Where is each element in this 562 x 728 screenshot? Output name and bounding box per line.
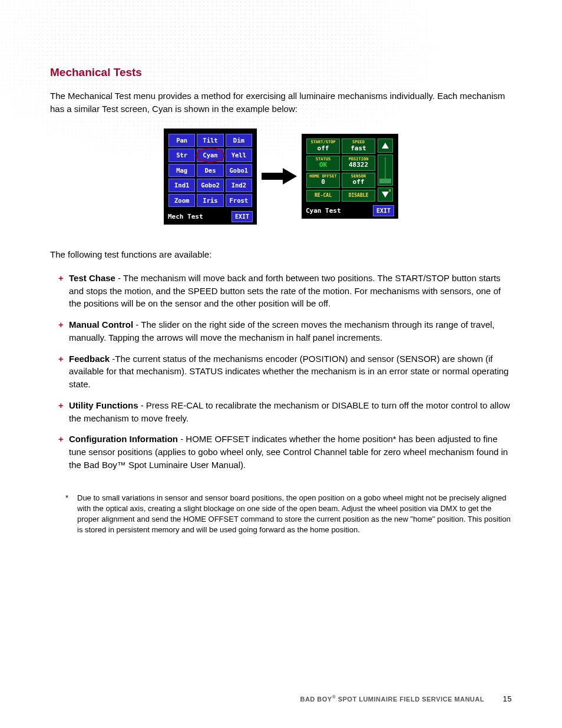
mech-test-grid: Pan Tilt Dim Str Cyan Yell Mag Des Gobo1… <box>167 132 254 209</box>
mech-btn-frost[interactable]: Frost <box>226 194 252 207</box>
recal-button[interactable]: RE-CAL <box>306 190 340 202</box>
mech-btn-ind1[interactable]: Ind1 <box>168 179 195 192</box>
available-functions-lead: The following test functions are availab… <box>50 248 512 261</box>
func-text: -The current status of the mechanisms en… <box>69 354 508 390</box>
svg-marker-2 <box>382 192 389 197</box>
disable-label: DISABLE <box>342 193 375 198</box>
mech-btn-zoom[interactable]: Zoom <box>168 194 195 207</box>
speed-button[interactable]: SPEEDfast <box>342 139 375 154</box>
mech-btn-mag[interactable]: Mag <box>168 164 195 177</box>
slider-up-button[interactable] <box>378 139 393 153</box>
mech-btn-tilt[interactable]: Tilt <box>197 134 223 147</box>
status-readout: STATUSOK <box>306 156 340 171</box>
arrow-right-icon <box>262 168 297 185</box>
mech-test-menu-screen: Pan Tilt Dim Str Cyan Yell Mag Des Gobo1… <box>164 129 257 225</box>
mech-btn-pan[interactable]: Pan <box>168 134 195 147</box>
footer-brand: BAD BOY <box>300 696 332 703</box>
home-offset-value: 0 <box>307 179 339 186</box>
status-value: OK <box>307 162 339 169</box>
page-footer: BAD BOY® SPOT LUMINAIRE FIELD SERVICE MA… <box>300 694 512 703</box>
mech-btn-des[interactable]: Des <box>197 164 223 177</box>
mech-btn-dim[interactable]: Dim <box>226 134 252 147</box>
svg-marker-0 <box>262 168 297 185</box>
position-readout: POSITION48322 <box>342 156 375 171</box>
mech-btn-iris[interactable]: Iris <box>197 194 223 207</box>
func-item-manual-control: Manual Control - The slider on the right… <box>50 318 512 344</box>
mech-test-title: Mech Test <box>168 213 203 220</box>
intro-paragraph: The Mechanical Test menu provides a meth… <box>50 90 512 116</box>
page-number: 15 <box>503 694 512 703</box>
start-stop-button[interactable]: START/STOPoff <box>306 139 340 154</box>
cyan-test-exit-button[interactable]: EXIT <box>373 205 394 216</box>
func-item-feedback: Feedback -The current status of the mech… <box>50 353 512 391</box>
func-name: Manual Control <box>69 319 133 330</box>
func-name: Test Chase <box>69 273 115 283</box>
mech-btn-gobo1[interactable]: Gobo1 <box>226 164 252 177</box>
cyan-test-title: Cyan Test <box>306 207 341 215</box>
speed-value: fast <box>342 145 375 152</box>
functions-list: Test Chase - The mechanism will move bac… <box>50 272 512 472</box>
mech-test-exit-button[interactable]: EXIT <box>232 211 253 222</box>
start-stop-value: off <box>307 145 339 152</box>
footnote-marker: * <box>65 493 68 503</box>
sensor-readout: SENSORoff <box>342 173 375 188</box>
slider-handle[interactable] <box>379 179 391 183</box>
func-name: Configuration Information <box>69 434 178 444</box>
mech-btn-cyan-label: Cyan <box>203 151 217 159</box>
func-name: Utility Functions <box>69 400 138 410</box>
sensor-value: off <box>342 179 375 186</box>
registered-icon: ® <box>332 694 336 700</box>
section-heading: Mechanical Tests <box>50 0 512 79</box>
disable-button[interactable]: DISABLE <box>342 190 375 202</box>
svg-marker-1 <box>382 143 389 149</box>
slider-mark: s <box>389 188 391 193</box>
home-offset-readout: HOME OFFSET0 <box>306 173 340 188</box>
func-item-configuration-information: Configuration Information - HOME OFFSET … <box>50 433 512 471</box>
mech-btn-yell[interactable]: Yell <box>226 149 252 162</box>
manual-slider-column: s <box>377 137 395 203</box>
position-value: 48322 <box>342 162 375 169</box>
func-item-test-chase: Test Chase - The mechanism will move bac… <box>50 272 512 310</box>
mech-test-figure: Pan Tilt Dim Str Cyan Yell Mag Des Gobo1… <box>113 129 449 225</box>
mech-btn-ind2[interactable]: Ind2 <box>226 179 252 192</box>
footnote: * Due to small variations in sensor and … <box>50 493 512 536</box>
footer-rest: SPOT LUMINAIRE FIELD SERVICE MANUAL <box>338 696 484 703</box>
cyan-test-screen: START/STOPoff SPEEDfast STATUSOK POSITIO… <box>302 134 398 219</box>
func-item-utility-functions: Utility Functions - Press RE-CAL to reca… <box>50 399 512 425</box>
mech-btn-gobo2[interactable]: Gobo2 <box>197 179 223 192</box>
recal-label: RE-CAL <box>307 193 339 198</box>
slider-track[interactable]: s <box>378 154 393 186</box>
mech-btn-str[interactable]: Str <box>168 149 195 162</box>
func-text: - The mechanism will move back and forth… <box>69 273 501 309</box>
func-name: Feedback <box>69 354 110 364</box>
cyan-test-grid: START/STOPoff SPEEDfast STATUSOK POSITIO… <box>305 137 377 203</box>
footnote-text: Due to small variations in sensor and se… <box>77 493 511 535</box>
func-text: - The slider on the right side of the sc… <box>69 319 495 342</box>
mech-btn-cyan[interactable]: Cyan <box>197 149 223 162</box>
